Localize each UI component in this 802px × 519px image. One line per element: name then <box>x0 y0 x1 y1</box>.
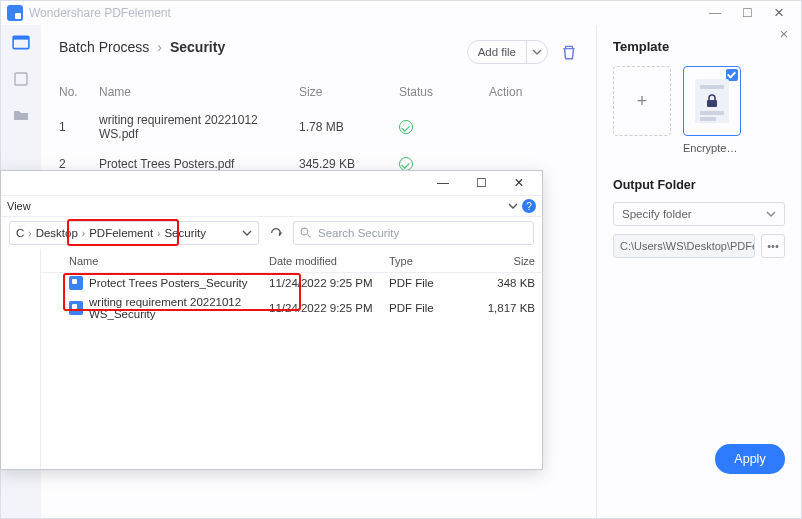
file-explorer-window: — ☐ × View ? C› Desktop› PDFelement› Sec… <box>0 170 543 470</box>
row-name: Protect Trees Posters.pdf <box>99 157 299 171</box>
row-no: 1 <box>59 120 99 134</box>
output-folder-path-field[interactable]: C:\Users\WS\Desktop\PDFelement\Sec <box>613 234 755 258</box>
success-icon <box>399 157 413 171</box>
add-template-button[interactable]: + <box>613 66 671 136</box>
row-size: 1.78 MB <box>299 120 399 134</box>
encrypted-template-button[interactable] <box>683 66 741 136</box>
explorer-file-list: Name Date modified Type Size Protect Tre… <box>41 249 542 469</box>
template-heading: Template <box>613 39 785 54</box>
explorer-minimize-button[interactable]: — <box>424 171 462 195</box>
output-folder-select[interactable]: Specify folder <box>613 202 785 226</box>
explorer-maximize-button[interactable]: ☐ <box>462 171 500 195</box>
row-status <box>399 157 489 171</box>
row-size: 345.29 KB <box>299 157 399 171</box>
path-seg-desktop[interactable]: Desktop <box>36 227 78 239</box>
chevron-right-icon: › <box>82 228 85 239</box>
address-path[interactable]: C› Desktop› PDFelement› Security <box>9 221 259 245</box>
explorer-col-size[interactable]: Size <box>467 255 535 267</box>
chevron-right-icon: › <box>28 228 31 239</box>
dropdown-icon[interactable] <box>242 228 252 238</box>
chevron-down-icon[interactable] <box>508 201 518 211</box>
col-status: Status <box>399 85 489 99</box>
breadcrumb-current: Security <box>170 39 225 55</box>
chevron-right-icon: › <box>157 228 160 239</box>
row-no: 2 <box>59 157 99 171</box>
help-icon[interactable]: ? <box>522 199 536 213</box>
svg-rect-2 <box>15 73 27 85</box>
path-seg-security[interactable]: Security <box>164 227 206 239</box>
titlebar: Wondershare PDFelement — ☐ × <box>1 1 801 25</box>
explorer-search-input[interactable]: Search Security <box>293 221 534 245</box>
output-folder-select-label: Specify folder <box>622 208 692 220</box>
explorer-close-button[interactable]: × <box>500 171 538 195</box>
pdf-file-icon <box>69 301 83 315</box>
table-row[interactable]: 1 writing requirement 20221012 WS.pdf 1.… <box>59 105 578 149</box>
output-folder-path-text: C:\Users\WS\Desktop\PDFelement\Sec <box>620 240 755 252</box>
explorer-ribbon: View ? <box>1 195 542 217</box>
file-size: 1,817 KB <box>467 302 535 314</box>
view-tab[interactable]: View <box>7 200 31 212</box>
search-icon <box>300 227 312 239</box>
col-action: Action <box>489 85 549 99</box>
breadcrumb: Batch Process › Security <box>59 39 225 55</box>
add-file-button[interactable]: Add file <box>467 40 548 64</box>
maximize-button[interactable]: ☐ <box>731 3 763 23</box>
svg-point-4 <box>301 228 308 235</box>
pdf-file-icon <box>69 276 83 290</box>
lock-icon <box>704 93 720 109</box>
sidebar-item-files-icon[interactable] <box>11 71 31 87</box>
explorer-col-type[interactable]: Type <box>389 255 467 267</box>
file-type: PDF File <box>389 302 467 314</box>
path-seg-root[interactable]: C <box>16 227 24 239</box>
refresh-button[interactable] <box>265 226 287 240</box>
file-date: 11/24/2022 9:25 PM <box>269 302 389 314</box>
path-seg-pdfelement[interactable]: PDFelement <box>89 227 153 239</box>
panel-close-button[interactable]: × <box>773 22 795 44</box>
explorer-address-bar: C› Desktop› PDFelement› Security Search … <box>1 217 542 249</box>
explorer-col-name[interactable]: Name <box>69 255 269 267</box>
file-name: Protect Trees Posters_Security <box>89 277 248 289</box>
apply-label: Apply <box>734 452 765 466</box>
breadcrumb-root[interactable]: Batch Process <box>59 39 149 55</box>
chevron-right-icon: › <box>157 39 162 55</box>
apply-button[interactable]: Apply <box>715 444 785 474</box>
add-file-label: Add file <box>468 41 527 63</box>
success-icon <box>399 120 413 134</box>
explorer-nav-pane[interactable] <box>1 249 41 469</box>
list-item[interactable]: Protect Trees Posters_Security 11/24/202… <box>41 273 542 293</box>
explorer-titlebar: — ☐ × <box>1 171 542 195</box>
col-size: Size <box>299 85 399 99</box>
delete-icon[interactable] <box>560 43 578 61</box>
file-type: PDF File <box>389 277 467 289</box>
row-name: writing requirement 20221012 WS.pdf <box>99 113 299 141</box>
col-no: No. <box>59 85 99 99</box>
file-name: writing requirement 20221012 WS_Security <box>89 296 269 320</box>
document-icon <box>695 79 729 123</box>
search-placeholder: Search Security <box>318 227 399 239</box>
sidebar-item-folder-icon[interactable] <box>11 107 31 123</box>
output-folder-heading: Output Folder <box>613 178 785 192</box>
app-logo-icon <box>7 5 23 21</box>
encrypted-template-label: Encrypted ... <box>683 142 741 154</box>
list-item[interactable]: writing requirement 20221012 WS_Security… <box>41 293 542 323</box>
file-size: 348 KB <box>467 277 535 289</box>
add-file-dropdown-icon[interactable] <box>527 47 547 57</box>
chevron-down-icon <box>766 209 776 219</box>
svg-rect-3 <box>707 100 717 107</box>
row-status <box>399 120 489 134</box>
file-date: 11/24/2022 9:25 PM <box>269 277 389 289</box>
sidebar-item-home-icon[interactable] <box>11 35 31 51</box>
minimize-button[interactable]: — <box>699 3 731 23</box>
browse-folder-button[interactable]: ••• <box>761 234 785 258</box>
template-panel: × Template + <box>596 25 801 518</box>
svg-rect-1 <box>13 36 29 39</box>
close-window-button[interactable]: × <box>763 3 795 23</box>
app-title: Wondershare PDFelement <box>29 6 171 20</box>
col-name: Name <box>99 85 299 99</box>
explorer-col-date[interactable]: Date modified <box>269 255 389 267</box>
file-table: No. Name Size Status Action 1 writing re… <box>59 79 578 179</box>
